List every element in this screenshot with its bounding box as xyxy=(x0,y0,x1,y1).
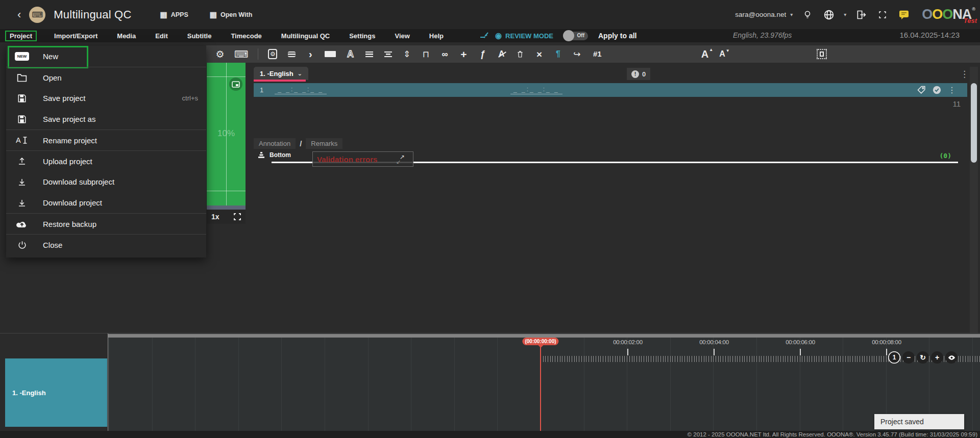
box-icon[interactable] xyxy=(325,51,336,57)
timing-bench-icon[interactable]: ⊓ xyxy=(421,50,430,59)
picture-in-picture-icon[interactable] xyxy=(229,78,242,91)
power-icon xyxy=(14,240,30,250)
menubar-item-subtitle[interactable]: Subtitle xyxy=(185,31,214,41)
menubar-item-import-export[interactable]: Import/Export xyxy=(52,31,100,41)
validation-errors-panel[interactable]: Validation errors ↗ ↙ xyxy=(312,151,413,167)
zoom-out-button[interactable]: − xyxy=(902,351,915,364)
playhead-line xyxy=(540,345,541,431)
chat-icon[interactable] xyxy=(897,10,911,19)
video-preview[interactable]: 10% xyxy=(207,62,246,205)
align-bottom-icon[interactable] xyxy=(258,151,265,159)
video-progress-bar[interactable] xyxy=(207,205,246,210)
subtitle-row[interactable]: 1 _ _:_ _:_ _ _ _:_ _:_ _ ⋮ xyxy=(254,83,967,97)
editor-options-kebab-icon[interactable]: ⋮ xyxy=(960,69,969,80)
project-menu-item-save-project-as[interactable]: Save project as xyxy=(6,109,206,130)
project-menu-item-upload-project[interactable]: Upload project xyxy=(6,150,206,171)
zoom-level-button[interactable]: 1 xyxy=(888,351,900,364)
apps-button[interactable]: ▦ APPS xyxy=(160,11,188,18)
timeline-track-label[interactable]: 1. -English xyxy=(5,358,107,427)
toggle-visibility-icon[interactable] xyxy=(945,351,958,364)
ok-counter: (0) xyxy=(940,152,951,160)
toast-notification: Project saved xyxy=(874,414,964,429)
tab-remarks[interactable]: Remarks xyxy=(306,138,342,149)
review-mode-button[interactable]: ◉ REVIEW MODE xyxy=(495,31,553,40)
menubar-item-help[interactable]: Help xyxy=(427,31,446,41)
project-menu-item-download-project[interactable]: Download project xyxy=(6,192,206,213)
wrap-text-icon[interactable]: ↪ xyxy=(572,50,581,59)
menubar-item-media[interactable]: Media xyxy=(115,31,138,41)
align-center-icon[interactable] xyxy=(383,51,393,57)
italic-f-icon[interactable]: ƒ xyxy=(478,49,487,59)
row-number: 1 xyxy=(260,86,263,94)
link-icon[interactable]: ∞ xyxy=(440,50,449,59)
safe-area-icon[interactable] xyxy=(817,49,827,59)
menubar-item-view[interactable]: View xyxy=(393,31,411,41)
clear-format-icon[interactable]: A xyxy=(497,50,506,58)
strip-lines-icon[interactable] xyxy=(287,51,296,57)
menu-item-label: Upload project xyxy=(43,157,206,166)
menu-item-label: Open xyxy=(43,73,206,82)
user-menu[interactable]: sara@ooona.net ▾ xyxy=(735,11,793,18)
align-justify-icon[interactable] xyxy=(364,51,374,57)
pilcrow-icon[interactable]: ¶ xyxy=(553,50,562,58)
tab-annotation[interactable]: Annotation xyxy=(254,138,296,149)
expand-vertical-icon[interactable]: ⇕ xyxy=(402,50,411,59)
error-count-badge[interactable]: ! 0 xyxy=(627,68,650,80)
ruler-tick xyxy=(886,349,887,355)
add-icon[interactable]: + xyxy=(459,49,468,60)
reset-zoom-button[interactable]: ↻ xyxy=(917,351,929,364)
ooona-logo: OOONA ® Test xyxy=(922,7,975,22)
back-icon[interactable]: ‹ xyxy=(12,8,26,21)
project-menu-item-save-project[interactable]: Save projectctrl+s xyxy=(6,88,206,109)
logout-icon[interactable] xyxy=(854,10,868,20)
trash-icon[interactable] xyxy=(516,49,525,59)
timecode-in-field[interactable]: _ _:_ _:_ _ xyxy=(275,86,327,94)
timeline-body[interactable]: 00:00:02:0000:00:04:0000:00:06:0000:00:0… xyxy=(108,333,980,431)
kebab-icon[interactable]: ⋮ xyxy=(948,85,956,95)
settings-icon[interactable]: ⚙ xyxy=(215,49,225,59)
lightbulb-icon[interactable] xyxy=(801,9,814,20)
project-menu-item-download-subproject[interactable]: Download subproject xyxy=(6,171,206,192)
ruler-label: 00:00:06:00 xyxy=(786,339,815,345)
track-tab[interactable]: 1. -English ⌄ xyxy=(254,67,308,80)
project-menu-item-new[interactable]: NEWNew xyxy=(6,46,206,67)
logo-registered-mark: ® xyxy=(972,7,975,12)
apply-to-all-toggle[interactable]: Off xyxy=(565,32,588,40)
timeline-scrollbar[interactable] xyxy=(108,334,980,338)
player-fullscreen-icon[interactable] xyxy=(234,213,241,220)
check-circle-icon[interactable] xyxy=(933,86,941,94)
menubar-item-project[interactable]: Project xyxy=(5,31,37,41)
open-with-button[interactable]: ▦ Open With xyxy=(210,11,253,18)
menu-item-label: Close xyxy=(43,241,206,249)
playhead-badge[interactable]: (00:00:00:00) xyxy=(522,338,558,345)
menubar-item-edit[interactable]: Edit xyxy=(153,31,170,41)
apply-to-all-label[interactable]: Apply to all xyxy=(598,32,636,40)
timecode-out-field[interactable]: _ _:_ _:_ _ xyxy=(510,86,562,94)
delete-x-icon[interactable]: × xyxy=(534,49,544,59)
fullscreen-icon[interactable] xyxy=(876,10,889,19)
menubar-item-multilingual-qc[interactable]: Multilingual QC xyxy=(279,31,332,41)
project-menu-item-close[interactable]: Close xyxy=(6,234,206,255)
safe-area-percentage: 10% xyxy=(207,128,246,139)
editor-scrollbar-thumb[interactable] xyxy=(971,83,977,163)
zoom-in-button[interactable]: + xyxy=(931,351,943,364)
globe-icon[interactable] xyxy=(822,9,836,20)
font-increase-icon[interactable]: A▲ xyxy=(700,49,709,59)
editor-scrollbar[interactable] xyxy=(970,67,978,333)
project-menu-item-restore-backup[interactable]: Restore backup xyxy=(6,213,206,234)
cell-settings-icon[interactable]: ⚙ xyxy=(268,49,277,59)
playback-speed-button[interactable]: 1x xyxy=(211,213,219,221)
project-menu-item-rename-project[interactable]: ARename project xyxy=(6,130,206,150)
tag-icon[interactable] xyxy=(917,86,926,94)
keyboard-icon[interactable]: ⌨ xyxy=(234,49,248,59)
project-menu-item-open[interactable]: Open xyxy=(6,67,206,88)
cloud-upload-icon xyxy=(14,220,30,228)
menubar-item-timecode[interactable]: Timecode xyxy=(229,31,263,41)
chevron-down-icon: ⌄ xyxy=(298,70,302,77)
chevron-right-icon[interactable]: › xyxy=(306,49,315,59)
ruler-tick xyxy=(714,349,715,355)
merge-cues-icon[interactable] xyxy=(480,32,489,40)
font-decrease-icon[interactable]: A▼ xyxy=(718,50,727,58)
font-a-icon[interactable]: A xyxy=(346,49,355,59)
menubar-item-settings[interactable]: Settings xyxy=(347,31,377,41)
